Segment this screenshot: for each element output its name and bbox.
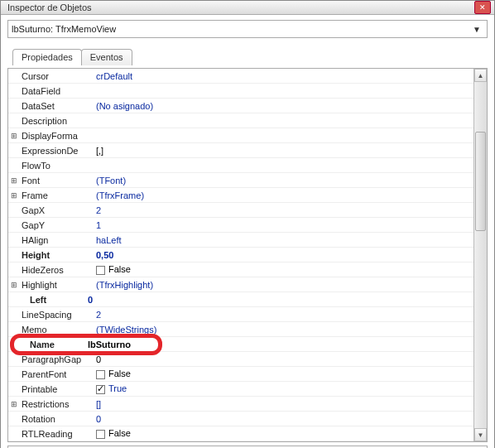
property-value[interactable]: [] [91, 399, 473, 409]
property-name: GapX [20, 205, 91, 215]
property-row[interactable]: GapX2 [8, 203, 473, 218]
scroll-up-arrow-icon[interactable]: ▲ [474, 69, 487, 82]
expand-icon[interactable]: ⊞ [8, 132, 20, 140]
property-value[interactable]: True [91, 383, 473, 394]
property-name: HAlign [20, 235, 91, 245]
property-value[interactable]: 2 [91, 205, 473, 215]
property-name: DisplayForma [20, 131, 91, 141]
tab-events[interactable]: Eventos [81, 49, 132, 65]
object-inspector-window: Inspector de Objetos ✕ lbSuturno: TfrxMe… [0, 0, 495, 448]
object-selector[interactable]: lbSuturno: TfrxMemoView ▼ [7, 20, 488, 38]
property-value-text: False [108, 428, 131, 438]
vertical-scrollbar[interactable]: ▲ ▼ [473, 69, 487, 441]
property-name: Printable [20, 384, 91, 394]
property-value[interactable]: False [91, 264, 473, 275]
property-name: Name [20, 340, 83, 349]
property-name: Description [20, 116, 91, 126]
property-name: ExpressionDe [20, 146, 91, 156]
property-value[interactable]: 0 [91, 354, 473, 364]
object-selector-text: lbSuturno: TfrxMemoView [12, 24, 470, 34]
property-value[interactable]: (TfrxFrame) [91, 190, 473, 200]
property-row[interactable]: Left0 [8, 292, 473, 307]
property-value[interactable]: (TFont) [91, 176, 473, 185]
property-value[interactable]: crDefault [91, 71, 473, 81]
property-value-text: True [108, 383, 127, 393]
property-row[interactable]: Memo(TWideStrings) [8, 322, 473, 337]
property-value[interactable]: 0 [91, 414, 473, 424]
property-name: Cursor [20, 71, 91, 81]
property-value[interactable]: (TWideStrings) [91, 325, 473, 335]
property-row[interactable]: HAlignhaLeft [8, 233, 473, 248]
property-row[interactable]: ParagraphGap0 [8, 352, 473, 367]
property-value[interactable]: lbSuturno [83, 340, 473, 349]
expand-icon[interactable]: ⊞ [8, 281, 20, 289]
expand-icon[interactable]: ⊞ [8, 191, 20, 200]
property-name: HideZeros [20, 265, 91, 275]
property-row[interactable]: ⊞Highlight(TfrxHighlight) [8, 277, 473, 292]
expand-icon[interactable]: ⊞ [8, 400, 20, 408]
scroll-thumb[interactable] [475, 132, 486, 231]
property-value[interactable]: False [91, 428, 473, 439]
checkbox-icon[interactable] [96, 370, 105, 379]
property-row[interactable]: ⊞Restrictions[] [8, 397, 473, 412]
property-row[interactable]: Description [8, 113, 473, 128]
property-name: Left [20, 295, 83, 305]
property-value[interactable]: [,] [91, 146, 473, 156]
titlebar: Inspector de Objetos ✕ [1, 1, 494, 15]
checkbox-icon[interactable] [96, 266, 105, 275]
property-value-text: False [108, 264, 131, 274]
property-row[interactable]: Rotation0 [8, 412, 473, 426]
checkbox-icon[interactable] [96, 385, 105, 394]
property-value[interactable]: (TfrxHighlight) [91, 280, 473, 290]
property-name: Highlight [20, 280, 91, 290]
property-value[interactable]: 0,50 [91, 250, 473, 260]
property-name: RTLReading [20, 429, 91, 439]
property-name: GapY [20, 220, 91, 230]
property-row[interactable]: HideZerosFalse [8, 263, 473, 277]
property-name: Font [20, 176, 91, 185]
tab-properties[interactable]: Propiedades [12, 49, 82, 65]
property-row[interactable]: RTLReadingFalse [8, 426, 473, 441]
property-grid[interactable]: CursorcrDefaultDataFieldDataSet(No asign… [8, 69, 473, 441]
property-row[interactable]: Height0,50 [8, 248, 473, 263]
property-name: ParentFont [20, 369, 91, 379]
property-value[interactable]: 2 [91, 310, 473, 320]
property-row[interactable]: ⊞DisplayForma [8, 128, 473, 143]
property-name: DataSet [20, 101, 91, 111]
property-name: LineSpacing [20, 310, 91, 320]
property-value-text: False [108, 369, 131, 378]
close-icon: ✕ [479, 3, 486, 12]
checkbox-icon[interactable] [96, 430, 105, 439]
property-row[interactable]: PrintableTrue [8, 382, 473, 397]
property-value[interactable]: (No asignado) [91, 101, 473, 111]
property-row[interactable]: LineSpacing2 [8, 307, 473, 322]
property-grid-wrap: CursorcrDefaultDataFieldDataSet(No asign… [7, 68, 488, 442]
chevron-down-icon[interactable]: ▼ [470, 25, 483, 34]
tabs: Propiedades Eventos [7, 45, 488, 65]
property-row[interactable]: ⊞Frame(TfrxFrame) [8, 188, 473, 203]
property-value[interactable]: 0 [83, 295, 473, 305]
property-row[interactable]: GapY1 [8, 218, 473, 233]
property-row[interactable]: DataField [8, 84, 473, 99]
property-name: DataField [20, 86, 91, 96]
property-value[interactable]: haLeft [91, 235, 473, 245]
scroll-down-arrow-icon[interactable]: ▼ [474, 428, 487, 441]
property-value[interactable]: False [91, 369, 473, 379]
property-row[interactable]: ⊞Font(TFont) [8, 173, 473, 188]
property-row[interactable]: ParentFontFalse [8, 367, 473, 382]
property-name: Rotation [20, 414, 91, 424]
scroll-track[interactable] [474, 82, 487, 428]
property-row[interactable]: CursorcrDefault [8, 69, 473, 84]
property-name: ParagraphGap [20, 354, 91, 364]
property-row[interactable]: NamelbSuturno [8, 337, 473, 352]
property-name: Height [20, 250, 91, 260]
expand-icon[interactable]: ⊞ [8, 176, 20, 185]
property-name: Restrictions [20, 399, 91, 409]
property-row[interactable]: ExpressionDe[,] [8, 143, 473, 158]
window-title: Inspector de Objetos [4, 2, 474, 12]
property-value[interactable]: 1 [91, 220, 473, 230]
property-row[interactable]: DataSet(No asignado) [8, 99, 473, 113]
close-button[interactable]: ✕ [474, 1, 491, 14]
property-name: FlowTo [20, 161, 91, 171]
property-row[interactable]: FlowTo [8, 158, 473, 173]
